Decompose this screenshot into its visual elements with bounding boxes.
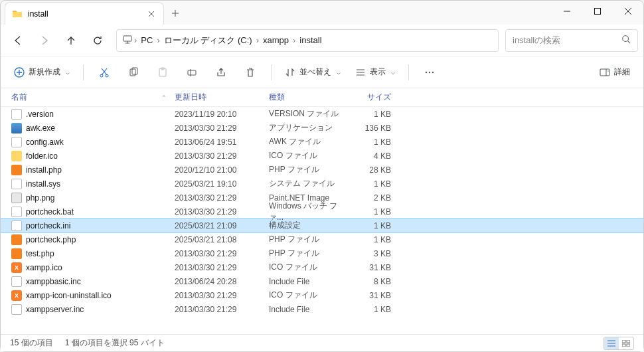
file-name: awk.exe (26, 124, 55, 133)
window-tab[interactable]: install (5, 2, 164, 25)
file-type: Include File (269, 305, 349, 314)
search-icon (621, 35, 631, 46)
file-date: 2025/03/21 19:10 (175, 179, 269, 189)
file-date: 2020/12/10 21:00 (175, 165, 269, 175)
column-type[interactable]: 種類 (269, 92, 349, 103)
back-button[interactable] (6, 29, 30, 52)
copy-button[interactable] (121, 61, 146, 84)
share-button[interactable] (208, 61, 234, 84)
command-bar: 新規作成 ⌵ 並べ替え ⌵ 表示 ⌵ 詳細 (1, 56, 643, 88)
breadcrumb-item[interactable]: PC (138, 35, 155, 45)
sort-button[interactable]: 並べ替え ⌵ (280, 61, 346, 84)
address-bar[interactable]: › PC › ローカル ディスク (C:) › xampp › install (116, 29, 499, 52)
file-row[interactable]: portcheck.bat2013/03/30 21:29Windows バッチ… (1, 205, 643, 219)
folder-icon (12, 9, 23, 19)
column-date[interactable]: 更新日時 (175, 92, 269, 103)
breadcrumb-item[interactable]: install (297, 35, 324, 45)
file-date: 2013/03/30 21:29 (175, 305, 269, 314)
file-row[interactable]: xamppserver.inc2013/03/30 21:29Include F… (1, 302, 643, 316)
file-date: 2013/03/30 21:29 (175, 193, 269, 203)
svg-rect-14 (600, 69, 609, 76)
tab-title: install (28, 9, 146, 19)
file-row[interactable]: Xxampp.ico2013/03/30 21:29ICO ファイル31 KB (1, 260, 643, 274)
minimize-button[interactable] (552, 1, 582, 22)
file-date: 2013/03/30 21:29 (175, 151, 269, 161)
file-size: 136 KB (349, 124, 399, 133)
svg-rect-19 (627, 344, 630, 347)
file-size: 1 KB (349, 305, 399, 314)
selection-info: 1 個の項目を選択 95 バイト (65, 337, 165, 349)
svg-point-15 (607, 70, 609, 72)
chevron-down-icon: ⌵ (337, 68, 341, 76)
file-list: .version2023/11/19 20:10VERSION ファイル1 KB… (1, 107, 643, 334)
svg-point-12 (429, 71, 430, 72)
column-headers: 名前⌃ 更新日時 種類 サイズ (1, 88, 643, 107)
file-size: 8 KB (349, 277, 399, 286)
chevron-right-icon: › (255, 35, 260, 45)
file-row[interactable]: xamppbasic.inc2013/06/24 20:28Include Fi… (1, 274, 643, 288)
file-date: 2013/03/30 21:29 (175, 249, 269, 258)
file-row[interactable]: folder.ico2013/03/30 21:29ICO ファイル4 KB (1, 149, 643, 163)
file-row[interactable]: .version2023/11/19 20:10VERSION ファイル1 KB (1, 107, 643, 121)
paste-button[interactable] (150, 61, 175, 84)
file-size: 1 KB (349, 221, 399, 230)
search-input[interactable]: installの検索 (505, 29, 638, 52)
file-name: portcheck.bat (26, 207, 74, 217)
file-size: 28 KB (349, 165, 399, 175)
up-button[interactable] (59, 29, 83, 52)
file-name: .version (26, 110, 54, 119)
file-row[interactable]: awk.exe2013/03/30 21:29アプリケーション136 KB (1, 121, 643, 135)
delete-button[interactable] (238, 61, 263, 84)
svg-rect-0 (595, 9, 601, 15)
column-size[interactable]: サイズ (349, 92, 399, 103)
refresh-button[interactable] (86, 29, 110, 52)
file-row[interactable]: Xxampp-icon-uninstall.ico2013/03/30 21:2… (1, 288, 643, 302)
navigation-bar: › PC › ローカル ディスク (C:) › xampp › install … (1, 25, 643, 56)
file-type: PHP ファイル (269, 234, 349, 245)
file-name: xamppserver.inc (26, 305, 84, 314)
chevron-right-icon: › (133, 35, 138, 45)
thumbnails-view-button[interactable] (619, 337, 633, 349)
file-row[interactable]: portcheck.php2025/03/21 21:08PHP ファイル1 K… (1, 232, 643, 246)
svg-rect-10 (188, 70, 196, 75)
details-view-button[interactable] (604, 337, 619, 349)
breadcrumb-item[interactable]: ローカル ディスク (C:) (161, 35, 255, 46)
svg-point-11 (426, 71, 427, 72)
file-type: ICO ファイル (269, 262, 349, 273)
forward-button[interactable] (33, 29, 56, 52)
search-placeholder: installの検索 (513, 35, 621, 46)
breadcrumb-item[interactable]: xampp (260, 35, 291, 45)
column-name[interactable]: 名前⌃ (1, 92, 175, 103)
chevron-right-icon: › (291, 35, 297, 45)
file-name: portcheck.php (26, 235, 76, 244)
file-type: VERSION ファイル (269, 108, 349, 120)
status-bar: 15 個の項目 1 個の項目を選択 95 バイト (1, 334, 643, 351)
file-row[interactable]: install.php2020/12/10 21:00PHP ファイル28 KB (1, 163, 643, 177)
details-pane-button[interactable]: 詳細 (594, 61, 635, 84)
file-row[interactable]: install.sys2025/03/21 19:10システム ファイル1 KB (1, 177, 643, 191)
file-name: config.awk (26, 137, 64, 147)
more-button[interactable] (417, 61, 442, 84)
view-button[interactable]: 表示 ⌵ (350, 61, 400, 84)
rename-button[interactable] (179, 61, 204, 84)
file-size: 1 KB (349, 235, 399, 244)
tab-close-button[interactable] (146, 9, 157, 19)
file-type: AWK ファイル (269, 136, 349, 147)
pc-icon (122, 34, 133, 46)
file-row[interactable]: test.php2013/03/30 21:29PHP ファイル3 KB (1, 246, 643, 260)
cut-button[interactable] (92, 61, 117, 84)
file-row[interactable]: portcheck.ini2025/03/21 21:09構成設定1 KB (1, 219, 643, 232)
file-name: test.php (26, 249, 54, 258)
file-size: 1 KB (349, 137, 399, 147)
new-button[interactable]: 新規作成 ⌵ (9, 61, 75, 84)
maximize-button[interactable] (582, 1, 613, 22)
close-button[interactable] (613, 1, 643, 22)
svg-rect-18 (622, 344, 625, 347)
new-tab-button[interactable] (164, 2, 187, 25)
file-type: ICO ファイル (269, 290, 349, 301)
file-name: xamppbasic.inc (26, 277, 81, 286)
file-name: install.sys (26, 179, 60, 189)
file-type: ICO ファイル (269, 150, 349, 161)
file-row[interactable]: config.awk2013/06/24 19:51AWK ファイル1 KB (1, 135, 643, 149)
file-date: 2013/03/30 21:29 (175, 124, 269, 133)
